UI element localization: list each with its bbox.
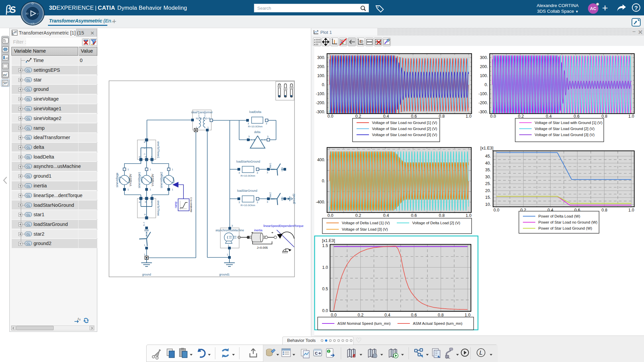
svg-text:sineVoltage2: sineVoltage2 — [160, 172, 163, 188]
svg-text:-100.: -100. — [316, 92, 326, 96]
svg-text:3: 3 — [257, 201, 258, 204]
svg-text:Power of Star Load Ground (W): Power of Star Load Ground (W) — [538, 226, 592, 230]
svg-text:0.8: 0.8 — [439, 114, 444, 119]
svg-text:ASM Actual Speed (turn_mn): ASM Actual Speed (turn_mn) — [413, 321, 463, 325]
svg-text:R=10.0Ohm: R=10.0Ohm — [240, 174, 255, 177]
svg-text:R=10.0Ohm: R=10.0Ohm — [240, 204, 255, 207]
svg-text:V=115.0V: V=115.0V — [176, 180, 176, 180]
svg-text:3: 3 — [266, 122, 267, 125]
svg-text:3: 3 — [248, 135, 250, 138]
svg-text:0.8: 0.8 — [438, 313, 443, 317]
svg-text:a: a — [143, 141, 146, 143]
svg-text:3: 3 — [267, 135, 268, 138]
svg-text:Voltage of Star Load no Ground: Voltage of Star Load no Ground [2] (V) — [372, 127, 437, 131]
svg-text:0.0: 0.0 — [493, 208, 499, 213]
svg-text:1: 1 — [127, 168, 129, 171]
svg-text:0.2: 0.2 — [355, 114, 361, 119]
svg-text:[x1.E3]: [x1.E3] — [480, 146, 493, 150]
svg-text:1: 1 — [228, 244, 229, 247]
svg-text:3: 3 — [267, 200, 268, 203]
svg-text:0.0: 0.0 — [327, 213, 333, 218]
svg-text:3: 3 — [231, 224, 233, 227]
svg-text:0.0: 0.0 — [327, 114, 333, 119]
svg-text:inertia: inertia — [254, 229, 263, 232]
svg-text:i´: i´ — [38, 12, 39, 15]
svg-text:delta: delta — [254, 130, 261, 134]
svg-text:-200.: -200. — [479, 101, 488, 105]
svg-text:0.4: 0.4 — [546, 114, 551, 119]
svg-text:oneToThree1: oneToThree1 — [157, 141, 160, 158]
svg-text:ground2: ground2 — [292, 193, 296, 204]
svg-text:0.: 0. — [485, 82, 488, 87]
svg-text:[x1.E3]: [x1.E3] — [322, 238, 335, 243]
svg-text:0.6: 0.6 — [411, 213, 417, 218]
svg-text:0.8: 0.8 — [601, 114, 607, 119]
svg-text:3: 3 — [238, 201, 240, 204]
svg-text:Voltage of Star Load [3] (V): Voltage of Star Load [3] (V) — [342, 227, 388, 231]
svg-text:c: c — [143, 154, 146, 155]
svg-text:L: L — [479, 350, 482, 356]
svg-text:J=0.005: J=0.005 — [257, 246, 268, 249]
svg-text:duration=0.1: duration=0.1 — [190, 197, 193, 212]
svg-text:Voltage of Star Load Ground [2: Voltage of Star Load Ground [2] (V) — [535, 127, 595, 131]
svg-text:0.6: 0.6 — [411, 114, 417, 119]
svg-text:V=115.0V: V=115.0V — [129, 174, 132, 186]
svg-text:25.: 25. — [485, 181, 491, 186]
svg-text:1.0: 1.0 — [466, 213, 471, 218]
svg-text:-100.: -100. — [479, 92, 488, 96]
svg-text:30.: 30. — [485, 175, 491, 179]
svg-text:20.: 20. — [485, 188, 491, 193]
svg-text:ramp: ramp — [174, 201, 177, 208]
svg-text:0.6: 0.6 — [411, 313, 417, 317]
svg-text:sineVoltage1: sineVoltage1 — [138, 172, 141, 188]
svg-text:300.: 300. — [480, 55, 488, 60]
svg-text:1.5: 1.5 — [322, 243, 328, 248]
svg-text:loadDelta: loadDelta — [249, 110, 261, 114]
svg-text:100.: 100. — [317, 73, 325, 78]
svg-text:1.0: 1.0 — [628, 208, 634, 213]
svg-text:C: C — [315, 351, 318, 355]
svg-text:3D: 3D — [25, 12, 29, 15]
svg-text:35.: 35. — [485, 168, 491, 172]
svg-text:0.6: 0.6 — [574, 114, 579, 119]
svg-text:1: 1 — [150, 188, 151, 191]
svg-text:loadStarGround: loadStarGround — [237, 189, 257, 192]
svg-text:0.4: 0.4 — [383, 213, 389, 218]
svg-text:star1: star1 — [269, 163, 272, 169]
svg-text:0.2: 0.2 — [358, 313, 363, 317]
svg-text:ground1: ground1 — [219, 273, 229, 276]
svg-text:Voltage of Star Load no Ground: Voltage of Star Load no Ground [3] (V) — [372, 133, 437, 137]
svg-text:1: 1 — [207, 126, 209, 129]
svg-text:oneToThree: oneToThree — [157, 200, 160, 216]
svg-text:3: 3 — [257, 171, 258, 174]
svg-text:i: i — [328, 350, 329, 353]
svg-text:1: 1 — [127, 188, 129, 191]
svg-text:S: S — [9, 4, 16, 15]
svg-text:ASM Nominal Speed (turn_mn): ASM Nominal Speed (turn_mn) — [337, 321, 390, 325]
svg-text:star2: star2 — [269, 192, 272, 198]
svg-text:3: 3 — [248, 122, 249, 125]
svg-text:1: 1 — [144, 244, 145, 247]
svg-text:0.2: 0.2 — [518, 114, 524, 119]
svg-text:45.: 45. — [485, 154, 491, 159]
svg-text:0.5: 0.5 — [322, 287, 328, 291]
svg-text:3: 3 — [238, 171, 240, 174]
svg-text:ground: ground — [142, 273, 151, 276]
svg-text:0.0: 0.0 — [490, 114, 496, 119]
svg-text:3: 3 — [267, 171, 268, 174]
svg-text:-300.: -300. — [479, 110, 488, 114]
svg-text:Power of Star Load no Ground (: Power of Star Load no Ground (W) — [538, 220, 597, 224]
svg-text:-400.: -400. — [316, 200, 326, 204]
svg-text:0.4: 0.4 — [383, 114, 389, 119]
svg-text:0.4: 0.4 — [384, 313, 390, 317]
svg-text:300.: 300. — [317, 55, 325, 60]
svg-text:-300.: -300. — [316, 110, 326, 114]
svg-text:Power of Delta Load (W): Power of Delta Load (W) — [538, 214, 580, 218]
svg-text:1.0: 1.0 — [322, 265, 328, 270]
svg-text:0.0: 0.0 — [322, 308, 328, 313]
svg-text:0.8: 0.8 — [439, 213, 444, 218]
svg-text:1.0: 1.0 — [465, 313, 470, 317]
svg-text:0.2: 0.2 — [355, 213, 361, 218]
svg-text:V.R: V.R — [31, 22, 34, 25]
svg-text:-200.: -200. — [316, 101, 326, 105]
